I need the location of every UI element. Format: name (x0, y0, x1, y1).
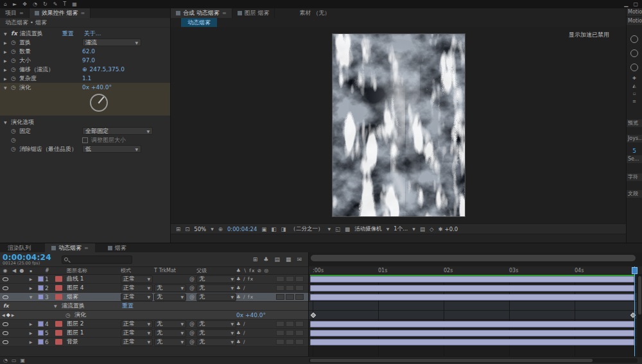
antialias-dropdown[interactable]: 低 ▼ (82, 145, 141, 153)
tab-composition[interactable]: 合成 动态烟雾 ≡ (171, 8, 232, 18)
stopwatch-icon[interactable]: ◷ (11, 39, 19, 46)
panel-menu-icon[interactable]: ≡ (222, 10, 227, 16)
twirl-icon[interactable]: ▶ (4, 67, 11, 72)
camera-dropdown[interactable]: 活动摄像机 ▼ (354, 225, 389, 233)
prev-keyframe-icon[interactable]: ◀ (2, 313, 5, 317)
twirl-icon[interactable]: ▶ (26, 277, 36, 281)
radio-circle-icon[interactable] (630, 49, 638, 57)
parent-dropdown[interactable]: 无▼ (196, 284, 236, 292)
tab-project[interactable]: 项目 ≡ (0, 8, 30, 18)
horizontal-scrollbar[interactable] (309, 358, 638, 363)
evolution-options-group[interactable]: ▼ 演化选项 (0, 117, 170, 126)
amount-value[interactable]: 62.0 (82, 48, 95, 55)
layer-row-4[interactable]: ▶ 4 图层 2 正常▼ 无▼ @ 无▼ ♣ / (0, 320, 308, 329)
resize-layer-checkbox[interactable] (82, 137, 88, 143)
layer-name[interactable]: 图层 1 (67, 329, 121, 337)
stopwatch-icon[interactable]: ◷ (11, 75, 19, 82)
panel-menu-icon[interactable]: ≡ (84, 245, 89, 251)
label-color-chip[interactable] (36, 294, 45, 300)
pen-tool-icon[interactable]: ✎ (53, 1, 58, 7)
twirl-icon[interactable]: ▶ (26, 331, 36, 335)
selection-tool-icon[interactable]: ► (13, 1, 17, 7)
rotate-tool-icon[interactable]: ↻ (43, 1, 48, 7)
show-channels-icon[interactable]: ◨ (281, 226, 286, 232)
zoom-tool-icon[interactable]: ◔ (33, 1, 37, 7)
layer-name[interactable]: 图层 4 (67, 284, 121, 292)
parent-column-label[interactable]: 父级 (196, 267, 236, 274)
list-icon[interactable]: ≡ (632, 99, 636, 104)
twirl-icon[interactable]: ▶ (26, 286, 36, 290)
effect-row-turbulent-displace[interactable]: fx ▼ 湍流置换 重置 (0, 302, 308, 311)
layer-duration-bar[interactable] (310, 321, 634, 327)
vertical-scrollbar[interactable] (638, 275, 642, 356)
size-value[interactable]: 97.0 (82, 57, 95, 64)
trkmat-dropdown[interactable]: 无▼ (154, 338, 186, 346)
reset-link[interactable]: 重置 (62, 30, 74, 38)
composition-viewer[interactable]: 显示加速已禁用 (171, 27, 626, 223)
label-color-chip[interactable] (36, 285, 45, 291)
panel-menu-icon[interactable]: ≡ (81, 10, 85, 16)
effect-enable-fx-icon[interactable]: fx (3, 303, 9, 309)
mode-dropdown[interactable]: 正常▼ (121, 329, 153, 337)
text-tool-icon[interactable]: T (63, 1, 66, 7)
pixel-aspect-icon[interactable]: ▤ (420, 226, 425, 232)
hand-tool-icon[interactable]: ✥ (22, 1, 27, 7)
tab-smoke-timeline[interactable]: 烟雾 (101, 243, 133, 252)
layer-switches[interactable]: ♣ / (236, 321, 272, 327)
current-time-indicator[interactable] (634, 266, 635, 356)
stopwatch-icon[interactable]: ◷ (11, 66, 19, 73)
stopwatch-icon[interactable]: ◷ (11, 48, 19, 55)
time-ruler[interactable]: :00s 01s 02s 03s 04s (309, 266, 642, 275)
radio-circle-icon[interactable] (630, 64, 638, 71)
visibility-eye-icon[interactable] (0, 330, 10, 336)
shape-tool-icon[interactable]: ▦ (72, 1, 77, 7)
complexity-value[interactable]: 1.1 (82, 75, 91, 82)
tab-comp-timeline[interactable]: 动态烟雾 ≡ (45, 243, 95, 252)
mask-visibility-icon[interactable]: ⊡ (185, 226, 189, 232)
evolution-value[interactable]: 0x +40.0° (82, 84, 112, 91)
parent-pickwhip-icon[interactable]: @ (187, 330, 196, 336)
stopwatch-icon[interactable]: ◷ (65, 312, 71, 318)
parent-pickwhip-icon[interactable]: @ (187, 285, 196, 291)
label-color-chip[interactable] (36, 321, 45, 327)
stopwatch-icon[interactable]: ◷ (11, 128, 19, 134)
frame-blend-icon[interactable]: ▦ (286, 256, 291, 263)
layer-duration-bar[interactable] (310, 276, 634, 282)
layer-switches[interactable]: ♣ / (236, 285, 272, 291)
exposure-control[interactable]: ✱ +0.0 (438, 226, 458, 232)
track-lanes[interactable] (309, 275, 642, 356)
twirl-icon[interactable]: ▶ (4, 40, 11, 45)
shy-layers-icon[interactable]: ▤ (274, 256, 280, 263)
home-icon[interactable]: ⌂ (4, 1, 7, 7)
triangle-icon[interactable]: ◭ (632, 83, 636, 89)
comp-mini-flowchart-icon[interactable]: ⊞ (253, 256, 258, 263)
tab-layer[interactable]: 图层 烟雾 (232, 8, 275, 18)
visibility-eye-icon[interactable] (0, 339, 10, 345)
grid-guides-icon[interactable]: ⊞ (176, 226, 180, 232)
scrollbar-thumb[interactable] (310, 359, 593, 362)
draft-3d-icon[interactable]: ♣ (263, 256, 268, 263)
parent-dropdown[interactable]: 无▼ (196, 293, 236, 301)
resolution-dropdown[interactable]: （二分之一） ▼ (290, 225, 331, 233)
parent-pickwhip-icon[interactable]: @ (187, 294, 196, 300)
view-layout-dropdown[interactable]: 1个... ▼ (394, 225, 415, 233)
show-snapshot-icon[interactable]: ◧ (271, 226, 276, 232)
stopwatch-icon[interactable]: ◷ (11, 84, 19, 91)
panel-tab-motion-2[interactable]: Motio... (627, 17, 642, 25)
stopwatch-icon[interactable]: ◷ (11, 57, 19, 64)
twirl-icon[interactable]: ▶ (4, 49, 11, 54)
viewer-target-chip[interactable]: 动态烟雾 (181, 18, 217, 27)
layer-switches[interactable]: ♣ / fx (236, 294, 272, 300)
tab-render-queue[interactable]: 渲染队列 (1, 243, 37, 252)
panel-tab-se[interactable]: Se... (627, 155, 642, 163)
mode-dropdown[interactable]: 正常▼ (121, 320, 153, 328)
twirl-icon[interactable]: ▶ (4, 76, 11, 81)
parent-dropdown[interactable]: 无▼ (196, 329, 236, 337)
current-time-display[interactable]: 0:00:04:24 00124 (25.00 fps) (3, 254, 51, 266)
next-keyframe-icon[interactable]: ▶ (12, 313, 15, 317)
parent-dropdown[interactable]: 无▼ (196, 275, 236, 283)
crosshair-icon[interactable]: ⊕ (82, 66, 87, 73)
trkmat-dropdown[interactable]: 无▼ (154, 293, 186, 301)
twirl-open-icon[interactable]: ▼ (26, 295, 36, 299)
time-navigator[interactable] (311, 255, 636, 261)
